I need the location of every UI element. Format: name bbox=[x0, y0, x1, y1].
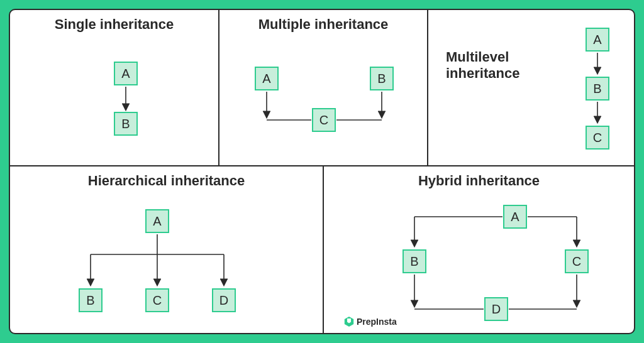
node-hierarchical-d: D bbox=[212, 288, 236, 312]
node-multilevel-c: C bbox=[586, 126, 609, 150]
node-hybrid-d: D bbox=[484, 297, 508, 321]
node-multiple-a: A bbox=[255, 67, 279, 90]
panel-single: Single inheritance A B bbox=[10, 10, 219, 166]
panel-multilevel: Multilevel inheritance A B C bbox=[428, 10, 634, 166]
panel-hierarchical: Hierarchical inheritance A B C D bbox=[10, 166, 323, 333]
node-hybrid-b: B bbox=[402, 249, 426, 273]
brand-text: PrepInsta bbox=[357, 317, 397, 327]
node-multilevel-a: A bbox=[586, 28, 609, 52]
panel-title-hierarchical: Hierarchical inheritance bbox=[10, 166, 323, 193]
panel-title-hybrid: Hybrid inheritance bbox=[324, 166, 634, 193]
panel-title-multiple: Multiple inheritance bbox=[219, 10, 427, 36]
panel-title-multilevel: Multilevel inheritance bbox=[428, 10, 554, 86]
node-single-a: A bbox=[114, 62, 138, 85]
node-multilevel-b: B bbox=[586, 77, 609, 101]
node-hybrid-c: C bbox=[565, 249, 589, 273]
panel-title-single: Single inheritance bbox=[10, 10, 218, 36]
node-single-b: B bbox=[114, 112, 138, 136]
panel-multiple: Multiple inheritance A B C bbox=[219, 10, 428, 166]
node-multiple-c: C bbox=[312, 108, 336, 132]
panel-hybrid: Hybrid inheritance A B C D PrepInsta bbox=[323, 166, 634, 333]
node-hierarchical-b: B bbox=[79, 288, 103, 312]
node-multiple-b: B bbox=[370, 67, 394, 90]
diagram-canvas: Single inheritance A B Multiple inherita… bbox=[9, 9, 635, 334]
node-hierarchical-a: A bbox=[145, 209, 169, 233]
node-hybrid-a: A bbox=[503, 205, 527, 229]
brand-label: PrepInsta bbox=[344, 317, 397, 327]
brand-icon bbox=[344, 317, 354, 327]
node-hierarchical-c: C bbox=[145, 288, 169, 312]
